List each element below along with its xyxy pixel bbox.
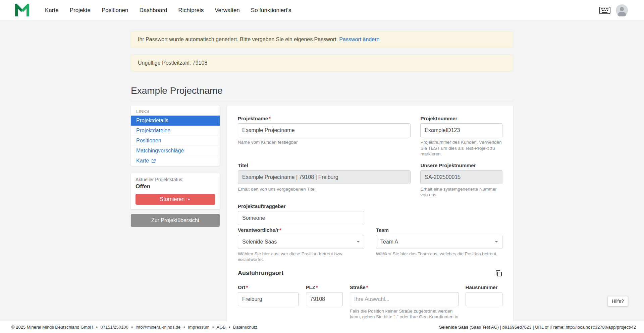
sidebar-item-projektdetails[interactable]: Projektdetails	[131, 116, 220, 126]
project-overview-button[interactable]: Zur Projektübersicht	[131, 214, 220, 227]
page-footer: © 2025 Mineral Minds Deutschland GmbH • …	[0, 321, 644, 333]
plz-label: PLZ*	[306, 284, 343, 290]
sidebar-item-label: Positionen	[136, 138, 161, 144]
page-title: Example Projectname	[131, 85, 513, 96]
projektnummer-label: Projektnummer	[420, 116, 502, 121]
projektnummer-input[interactable]	[420, 123, 502, 137]
footer-copyright: © 2025 Mineral Minds Deutschland GmbH	[11, 325, 93, 330]
links-card: LINKS Projektdetails Projektdateien Posi…	[131, 106, 220, 166]
strasse-label: Straße*	[350, 284, 458, 290]
field-plz: PLZ*	[306, 284, 343, 306]
top-navbar: Karte Projekte Positionen Dashboard Rich…	[0, 0, 644, 20]
navbar-actions	[599, 4, 628, 16]
separator-dot: •	[131, 325, 133, 330]
cancel-project-button[interactable]: Stornieren	[136, 194, 215, 205]
team-select[interactable]: Team A	[376, 235, 502, 249]
footer-session-info: Selenide Saas (Saas Test AG) | b91695ed7…	[439, 325, 636, 330]
required-asterisk: *	[316, 284, 318, 290]
footer-impressum-link[interactable]: Impressum	[188, 325, 209, 330]
field-projektauftraggeber: Projektauftraggeber	[238, 203, 364, 225]
projektnummer-help: Projektnummer des Kunden. Verwenden Sie …	[420, 139, 502, 157]
nav-richtpreis[interactable]: Richtpreis	[178, 7, 204, 14]
nav-positionen[interactable]: Positionen	[102, 7, 128, 14]
ausfuehrungsort-heading: Ausführungsort	[238, 270, 283, 277]
nav-dashboard[interactable]: Dashboard	[139, 7, 167, 14]
chevron-down-icon	[357, 241, 360, 243]
field-strasse: Straße* Falls die Position keiner Straße…	[350, 284, 458, 326]
required-asterisk: *	[279, 227, 281, 233]
field-team: Team Team A Wählen Sie hier das Team aus…	[376, 227, 502, 257]
nav-so-funktionierts[interactable]: So funktioniert's	[251, 7, 291, 14]
field-verantwortlicher: Verantwortliche/r* Selenide Saas Wählen …	[238, 227, 364, 263]
footer-user-name: Selenide Saas	[439, 325, 468, 330]
copy-icon[interactable]	[495, 270, 502, 277]
external-link-icon	[151, 159, 156, 163]
hausnummer-label: Hausnummer	[466, 284, 502, 290]
separator-dot: •	[229, 325, 230, 330]
projektauftraggeber-input[interactable]	[238, 211, 364, 225]
verantwortlicher-select[interactable]: Selenide Saas	[238, 235, 364, 249]
field-hausnummer: Hausnummer	[466, 284, 502, 306]
sidebar-item-label: Projektdateien	[136, 128, 170, 134]
ort-input[interactable]	[238, 292, 299, 306]
keyboard-icon[interactable]	[599, 7, 610, 14]
main-navigation: Karte Projekte Positionen Dashboard Rich…	[45, 7, 291, 14]
required-asterisk: *	[246, 284, 248, 290]
field-titel: Titel Erhält den von uns vorgegebenen Ti…	[238, 162, 411, 192]
status-label: Aktueller Projektstatus:	[136, 177, 215, 182]
project-details-form: Projektname* Name vom Kunden festlegbar …	[227, 106, 513, 333]
field-unsere-projektnummer: Unsere Projektnummer Erhält eine systemg…	[420, 162, 502, 198]
nav-karte[interactable]: Karte	[45, 7, 59, 14]
chevron-down-icon	[495, 241, 498, 243]
projektname-input[interactable]	[238, 123, 411, 137]
page-container: Ihr Passwort wurde automatisch generiert…	[131, 20, 513, 333]
sidebar-item-label: Karte	[136, 158, 149, 164]
sidebar-item-label: Projektdetails	[136, 118, 168, 124]
sidebar-item-projektdateien[interactable]: Projektdateien	[131, 126, 220, 136]
ort-label: Ort*	[238, 284, 299, 290]
status-value: Offen	[136, 183, 215, 190]
change-password-link[interactable]: Passwort ändern	[339, 37, 379, 42]
unsere-projektnummer-label: Unsere Projektnummer	[420, 162, 502, 168]
team-label: Team	[376, 227, 502, 233]
app-logo[interactable]	[15, 4, 30, 17]
required-asterisk: *	[366, 284, 368, 290]
nav-projekte[interactable]: Projekte	[70, 7, 91, 14]
sidebar-item-karte[interactable]: Karte	[131, 156, 220, 166]
verantwortlicher-label: Verantwortliche/r*	[238, 227, 364, 233]
field-ort: Ort*	[238, 284, 299, 306]
projektname-label: Projektname*	[238, 116, 411, 121]
links-heading: LINKS	[131, 106, 220, 116]
hausnummer-input[interactable]	[466, 292, 502, 306]
titel-help: Erhält den von uns vorgegebenen Titel.	[238, 186, 411, 192]
caret-down-icon	[187, 199, 191, 200]
user-avatar[interactable]	[616, 4, 628, 16]
separator-dot: •	[212, 325, 214, 330]
footer-datenschutz-link[interactable]: Datenschutz	[233, 325, 257, 330]
required-asterisk: *	[269, 116, 271, 121]
separator-dot: •	[96, 325, 98, 330]
project-sidebar: LINKS Projektdetails Projektdateien Posi…	[131, 106, 220, 227]
unsere-projektnummer-help: Erhält eine systemgenerierte Nummer von …	[420, 186, 502, 198]
sidebar-item-positionen[interactable]: Positionen	[131, 136, 220, 146]
footer-agb-link[interactable]: AGB	[217, 325, 226, 330]
footer-email-link[interactable]: info@mineral-minds.de	[136, 325, 180, 330]
plz-input[interactable]	[306, 292, 343, 306]
sidebar-item-matchingvorschlaege[interactable]: Matchingvorschläge	[131, 146, 220, 156]
verantwortlicher-help: Wählen Sie hier aus, wer diese Position …	[238, 251, 364, 263]
footer-phone-link[interactable]: 07151/250100	[101, 325, 128, 330]
project-status-card: Aktueller Projektstatus: Offen Storniere…	[131, 173, 220, 209]
password-warning-text: Ihr Passwort wurde automatisch generiert…	[138, 37, 338, 42]
strasse-input[interactable]	[350, 292, 458, 306]
sidebar-item-label: Matchingvorschläge	[136, 148, 184, 154]
title-divider	[131, 101, 513, 101]
team-help: Wählen Sie hier das Team aus, welches di…	[376, 251, 502, 257]
field-projektname: Projektname* Name vom Kunden festlegbar	[238, 116, 411, 145]
verantwortlicher-selected-value: Selenide Saas	[242, 239, 277, 245]
invalid-plz-alert: Ungültige Postleitzahl: 79108	[131, 55, 513, 71]
help-button[interactable]: Hilfe?	[608, 296, 628, 306]
field-projektnummer: Projektnummer Projektnummer des Kunden. …	[420, 116, 502, 157]
brand-m-icon	[15, 4, 30, 17]
nav-verwalten[interactable]: Verwalten	[215, 7, 240, 14]
cancel-button-label: Stornieren	[160, 196, 185, 202]
